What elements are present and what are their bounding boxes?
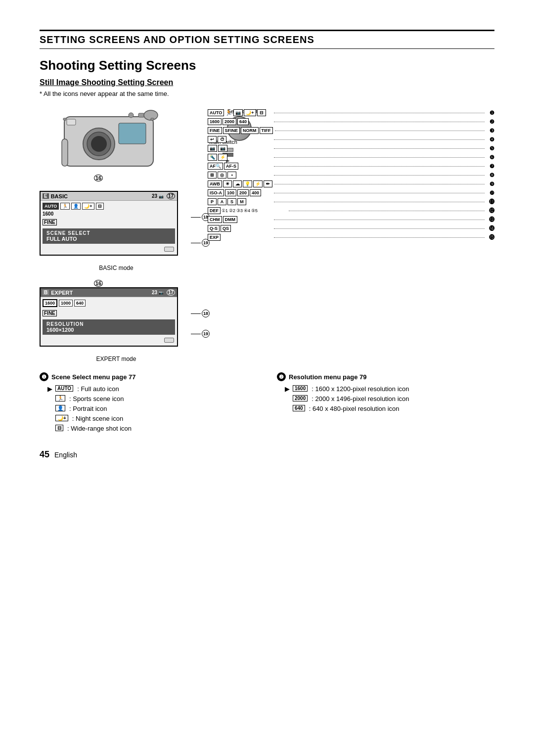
icon-row-15: EXP ⓯ <box>208 234 494 241</box>
legend-item-2000: ▶ 2000 : 2000 x 1496-pixel resolution ic… <box>277 395 494 402</box>
icon-row-4: ↩ ⏱ ❹ <box>208 136 494 143</box>
icon-row-14: Q-S QS ⓮ <box>208 225 494 232</box>
svg-rect-9 <box>62 139 68 166</box>
icon-row-2: 1600 2000 640 ❷ <box>208 118 494 125</box>
svg-rect-8 <box>67 119 76 125</box>
sub-subsection-title: Still Image Shooting Setting Screen <box>40 78 494 87</box>
icon-row-1: AUTO 🏃 📷 🌙+ ⊟ ❶ <box>208 109 494 116</box>
page-language: English <box>54 451 77 459</box>
svg-point-3 <box>91 136 107 152</box>
legend-title-2: ❷ Resolution menu page 79 <box>277 372 494 381</box>
icon-row-6: 🔦 ⚡ ❻ <box>208 154 494 161</box>
section-header: SETTING SCREENS AND OPTION SETTING SCREE… <box>40 30 494 49</box>
note-text: * All the icons never appear at the same… <box>40 90 494 97</box>
basic-mode-screen: E BASIC 23 📷 17 AUTO 🏃 👤 🌙+ ⊟ 1600 FINE <box>40 191 178 256</box>
legend-circle-2: ❷ <box>277 372 286 381</box>
ann19: 19 <box>191 239 210 247</box>
legend-item-sports: ▶ 🏃 : Sports scene icon <box>40 395 257 402</box>
icon-row-12: DEF ①1 ②2 ③3 ④4 ⑤5 ⓬ <box>208 207 494 214</box>
ann19-expert: 19 <box>191 330 210 338</box>
ann16-expert-label: 16 <box>40 280 193 286</box>
legend-col-2: ❷ Resolution menu page 79 ▶ 1600 : 1600 … <box>277 372 494 435</box>
legend-item-portrait: ▶ 👤 : Portrait icon <box>40 405 257 412</box>
icon-row-7: AF🔍 AF-S ❼ <box>208 163 494 170</box>
subsection-title: Shooting Setting Screens <box>40 58 494 73</box>
svg-point-6 <box>129 113 134 118</box>
icon-row-5: 📷 📷 ❺ <box>208 145 494 152</box>
legend-item-auto: ▶ AUTO : Full auto icon <box>40 385 257 393</box>
legend-item-night: ▶ 🌙+ : Night scene icon <box>40 415 257 422</box>
legend-circle-1: ❶ <box>40 372 48 381</box>
icon-row-9: AWB ☀ ☁ 💡 ⚡ ✏ ❾ <box>208 180 494 187</box>
legend-area: ❶ Scene Select menu page 77 ▶ AUTO : Ful… <box>40 372 494 435</box>
legend-title-1: ❶ Scene Select menu page 77 <box>40 372 257 381</box>
svg-rect-5 <box>138 113 144 117</box>
camera-image <box>54 104 163 169</box>
legend-item-wide: ▶ ⊟ : Wide-range shot icon <box>40 425 257 432</box>
icons-column: AUTO 🏃 📷 🌙+ ⊟ ❶ 1600 2000 640 ❷ FINE SF <box>193 104 494 362</box>
expert-mode-screen: B EXPERT 23 📷 17 1600 1000 640 FINE RESO… <box>40 287 178 347</box>
diagram-area: Selector dial Main switch ▶ 16 <box>40 104 494 362</box>
svg-rect-4 <box>119 123 146 144</box>
basic-screen-wrapper: E BASIC 23 📷 17 AUTO 🏃 👤 🌙+ ⊟ 1600 FINE <box>40 191 193 256</box>
screens-column: Selector dial Main switch ▶ 16 <box>40 104 193 362</box>
icon-row-10: ISO-A 100 200 400 ❿ <box>208 189 494 196</box>
expert-mode-label: EXPERT mode <box>40 356 193 362</box>
expert-screen-wrapper: B EXPERT 23 📷 17 1600 1000 640 FINE RESO… <box>40 287 193 347</box>
legend-item-640: ▶ 640 : 640 x 480-pixel resolution icon <box>277 405 494 412</box>
ann18-expert: 18 <box>191 310 210 317</box>
sports-scene-icon-label: : Sports scene icon <box>69 395 124 402</box>
icon-row-8: ⊞ ◎ ▪ ❽ <box>208 172 494 178</box>
page-number-row: 45 English <box>40 449 494 460</box>
icon-row-13: CHM DMM ⓭ <box>208 216 494 223</box>
icon-row-3: FINE SFINE NORM TIFF ❸ <box>208 127 494 134</box>
section-title: SETTING SCREENS AND OPTION SETTING SCREE… <box>40 34 494 45</box>
page-number: 45 <box>40 449 49 460</box>
icon-row-11: P A S M ⓫ <box>208 198 494 205</box>
svg-rect-10 <box>63 118 66 120</box>
basic-mode-label: BASIC mode <box>40 265 193 271</box>
svg-rect-11 <box>151 118 154 120</box>
ann18: 18 <box>191 213 210 221</box>
ann16-label: 16 <box>40 175 193 181</box>
legend-item-1600: ▶ 1600 : 1600 x 1200-pixel resolution ic… <box>277 385 494 393</box>
camera-diagram: Selector dial Main switch ▶ 16 <box>40 104 193 181</box>
legend-col-1: ❶ Scene Select menu page 77 ▶ AUTO : Ful… <box>40 372 257 435</box>
